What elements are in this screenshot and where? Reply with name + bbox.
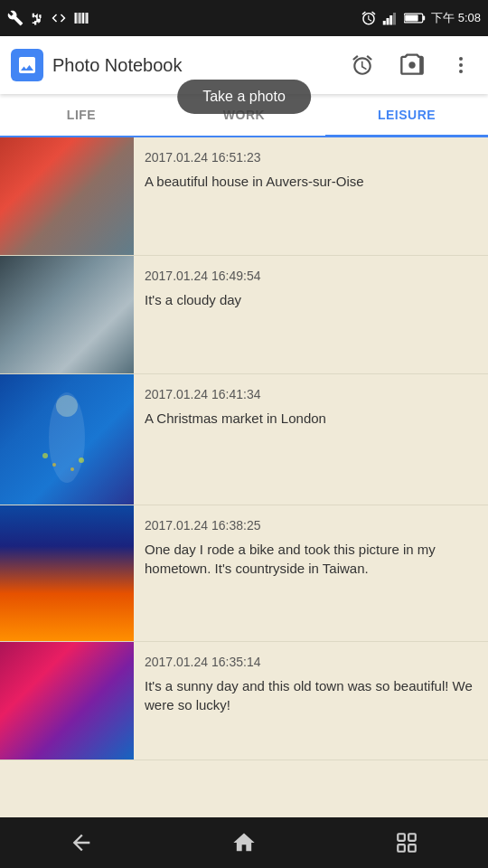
photo-info: 2017.01.24 16:38:25 One day I rode a bik… (134, 505, 488, 641)
signal-icon (382, 10, 399, 26)
svg-rect-5 (85, 13, 86, 24)
photo-thumbnail (0, 137, 134, 255)
svg-rect-0 (75, 13, 77, 24)
photo-info: 2017.01.24 16:41:34 A Christmas market i… (134, 374, 488, 505)
app-logo-icon (16, 54, 38, 76)
alarm-icon (361, 10, 377, 26)
svg-point-21 (52, 463, 56, 467)
photo-caption: A beautiful house in Auvers-sur-Oise (145, 172, 477, 191)
photo-list: 2017.01.24 16:51:23 A beautiful house in… (0, 137, 488, 817)
photo-thumbnail (0, 505, 134, 641)
list-item[interactable]: 2017.01.24 16:49:54 It's a cloudy day (0, 256, 488, 374)
home-icon (231, 830, 257, 855)
svg-rect-3 (80, 13, 81, 24)
photo-caption: It's a sunny day and this old town was s… (145, 676, 477, 714)
svg-point-22 (70, 467, 74, 471)
status-icons-left (7, 10, 90, 26)
barcode-icon (72, 10, 90, 26)
usb-icon (29, 10, 45, 26)
photo-thumbnail (0, 256, 134, 373)
list-item[interactable]: 2017.01.24 16:51:23 A beautiful house in… (0, 137, 488, 256)
list-item[interactable]: 2017.01.24 16:38:25 One day I rode a bik… (0, 505, 488, 642)
svg-point-19 (42, 453, 48, 458)
svg-rect-12 (423, 16, 425, 21)
svg-rect-6 (86, 13, 88, 24)
photo-thumbnail (0, 642, 134, 760)
photo-date: 2017.01.24 16:49:54 (145, 269, 477, 283)
svg-rect-25 (408, 844, 416, 852)
camera-button[interactable] (394, 47, 430, 83)
svg-rect-2 (79, 13, 80, 24)
svg-rect-23 (398, 834, 405, 841)
svg-point-16 (459, 70, 463, 73)
photo-info: 2017.01.24 16:51:23 A beautiful house in… (134, 137, 488, 255)
more-options-button[interactable] (445, 49, 477, 81)
app-bar-actions (345, 47, 477, 83)
photo-date: 2017.01.24 16:51:23 (145, 150, 477, 165)
svg-rect-24 (408, 834, 416, 841)
back-button[interactable] (54, 817, 108, 868)
svg-point-18 (56, 395, 78, 417)
status-icons-right: 下午 5:08 (361, 10, 481, 26)
photo-caption: A Christmas market in London (145, 409, 477, 428)
app-logo (11, 49, 43, 81)
alarm-button[interactable] (345, 48, 380, 82)
status-time: 下午 5:08 (431, 10, 481, 26)
list-item[interactable]: 2017.01.24 16:35:14 It's a sunny day and… (0, 642, 488, 760)
svg-rect-9 (389, 15, 392, 25)
take-photo-button[interactable]: Take a photo (177, 80, 311, 114)
svg-rect-26 (398, 844, 405, 852)
battery-icon (404, 10, 426, 26)
svg-rect-13 (405, 14, 418, 21)
svg-rect-1 (78, 13, 79, 24)
photo-thumbnail (0, 374, 134, 505)
home-button[interactable] (217, 817, 271, 868)
photo-date: 2017.01.24 16:35:14 (145, 655, 477, 669)
list-item[interactable]: 2017.01.24 16:41:34 A Christmas market i… (0, 374, 488, 505)
svg-point-15 (459, 63, 463, 67)
thumbnail-decoration (0, 374, 134, 501)
photo-caption: It's a cloudy day (145, 290, 477, 309)
tabs-wrapper: LIFE WORK LEISURE Take a photo (0, 94, 488, 137)
svg-point-14 (459, 57, 463, 61)
photo-date: 2017.01.24 16:41:34 (145, 387, 477, 401)
svg-point-20 (79, 458, 84, 463)
app-title: Photo Notebook (52, 55, 345, 76)
photo-caption: One day I rode a bike and took this pict… (145, 540, 477, 578)
photo-info: 2017.01.24 16:35:14 It's a sunny day and… (134, 642, 488, 760)
code-icon (51, 10, 67, 26)
tab-life[interactable]: LIFE (0, 94, 163, 136)
svg-rect-4 (82, 13, 84, 24)
camera-button-icon (399, 52, 425, 78)
status-bar: 下午 5:08 (0, 0, 488, 36)
photo-date: 2017.01.24 16:38:25 (145, 518, 477, 533)
tab-leisure[interactable]: LEISURE (325, 94, 488, 137)
recents-icon (395, 831, 418, 854)
svg-rect-10 (393, 13, 396, 25)
wrench-icon (7, 10, 23, 26)
more-options-icon (450, 54, 472, 76)
bottom-nav (0, 817, 488, 868)
svg-rect-8 (387, 18, 389, 25)
back-icon (69, 830, 94, 855)
recents-button[interactable] (380, 817, 434, 868)
alarm-button-icon (351, 53, 374, 77)
svg-rect-7 (383, 21, 386, 25)
photo-info: 2017.01.24 16:49:54 It's a cloudy day (134, 256, 488, 373)
